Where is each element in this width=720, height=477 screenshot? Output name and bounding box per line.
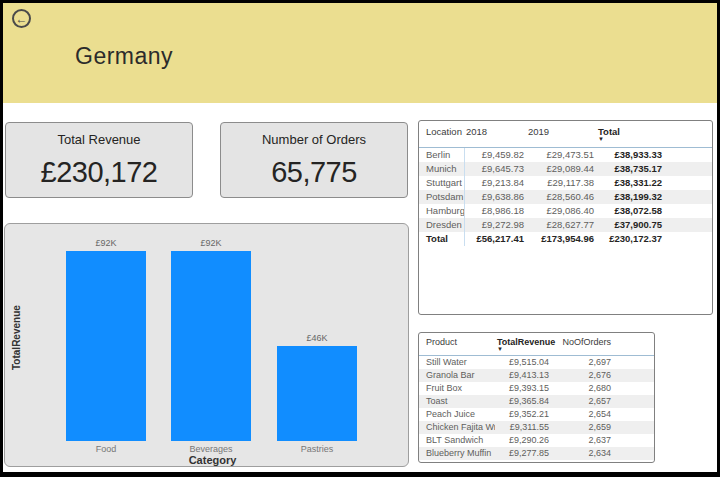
product-table-body: Still Water£9,515.042,697Granola Bar£9,4… [419, 356, 655, 461]
spacer [664, 204, 713, 218]
spacer [613, 382, 655, 395]
table-cell: Peach Juice [419, 408, 495, 421]
location-total-row: Total£56,217.41£173,954.96£230,172.37 [419, 232, 713, 246]
spacer [613, 333, 655, 356]
table-cell: £29,473.51 [526, 147, 596, 162]
column-header-product[interactable]: Product [419, 333, 495, 356]
spacer [613, 356, 655, 370]
table-cell: £230,172.37 [596, 232, 664, 246]
table-cell: £29,089.44 [526, 162, 596, 176]
table-cell: £38,933.33 [596, 147, 664, 162]
location-row: Potsdam£9,638.86£28,560.46£38,199.32 [419, 190, 713, 204]
bar-food[interactable] [66, 251, 146, 441]
arrow-left-icon: ← [16, 13, 28, 25]
table-cell: Chicken Fajita Wrap [419, 421, 495, 434]
x-tick-label: Food [61, 444, 151, 454]
table-cell: 2,634 [551, 447, 613, 460]
data-label: £92K [66, 238, 146, 248]
column-header-nooforders[interactable]: NoOfOrders [551, 333, 613, 356]
table-cell: £38,331.22 [596, 176, 664, 190]
location-row: Munich£9,645.73£29,089.44£38,735.17 [419, 162, 713, 176]
table-cell: Toast [419, 395, 495, 408]
kpi-card-number-of-orders: Number of Orders 65,775 [220, 122, 408, 198]
spacer [613, 408, 655, 421]
table-cell: 2,657 [551, 395, 613, 408]
report-page: ← Germany Total Revenue £230,172 Number … [0, 0, 720, 477]
table-cell: Dresden [419, 218, 464, 232]
spacer [613, 421, 655, 434]
table-cell: £9,290.26 [495, 434, 551, 447]
kpi-value: £230,172 [41, 156, 158, 189]
spacer [664, 232, 713, 246]
table-cell: £38,199.32 [596, 190, 664, 204]
table-cell: £9,645.73 [464, 162, 526, 176]
table-cell: 2,637 [551, 434, 613, 447]
spacer [664, 121, 713, 147]
column-header-2018[interactable]: 2018 [464, 121, 526, 147]
table-cell: £29,086.40 [526, 204, 596, 218]
table-cell: £9,515.04 [495, 356, 551, 370]
table-cell: £9,352.21 [495, 408, 551, 421]
data-label: £92K [171, 238, 251, 248]
product-row: Toast£9,365.842,657 [419, 395, 655, 408]
location-table-body: Berlin£9,459.82£29,473.51£38,933.33Munic… [419, 147, 713, 246]
product-row: Blueberry Muffin£9,277.852,634 [419, 447, 655, 460]
table-cell: £9,638.86 [464, 190, 526, 204]
table-cell: Hamburg [419, 204, 464, 218]
table-cell: Fruit Box [419, 382, 495, 395]
table-cell: 2,676 [551, 369, 613, 382]
location-row: Dresden£9,272.98£28,627.77£37,900.75 [419, 218, 713, 232]
location-table-header-row: Location20182019Total▼ [419, 121, 713, 147]
table-cell: £9,459.82 [464, 147, 526, 162]
back-button[interactable]: ← [12, 9, 31, 28]
column-header-2019[interactable]: 2019 [526, 121, 596, 147]
table-cell: Stuttgart [419, 176, 464, 190]
bar-beverages[interactable] [171, 251, 251, 441]
sort-descending-icon: ▼ [497, 347, 555, 352]
spacer [613, 395, 655, 408]
table-cell: £28,627.77 [526, 218, 596, 232]
table-cell: Blueberry Muffin [419, 447, 495, 460]
spacer [664, 190, 713, 204]
spacer [664, 147, 713, 162]
table-cell: £37,900.75 [596, 218, 664, 232]
table-cell: Still Water [419, 356, 495, 370]
table-cell: £29,117.38 [526, 176, 596, 190]
table-cell: £9,311.55 [495, 421, 551, 434]
product-row: Still Water£9,515.042,697 [419, 356, 655, 370]
table-cell: Potsdam [419, 190, 464, 204]
product-row: Chicken Fajita Wrap£9,311.552,659 [419, 421, 655, 434]
table-cell: 2,680 [551, 382, 613, 395]
table-cell: £9,213.84 [464, 176, 526, 190]
table-cell: £56,217.41 [464, 232, 526, 246]
product-row: Fruit Box£9,393.152,680 [419, 382, 655, 395]
product-table-header-row: ProductTotalRevenue▼NoOfOrders [419, 333, 655, 356]
revenue-by-category-chart: TotalRevenue £92KFood£92KBeverages£46KPa… [4, 223, 409, 467]
table-cell: 2,654 [551, 408, 613, 421]
page-title: Germany [75, 43, 173, 70]
location-row: Hamburg£8,986.18£29,086.40£38,072.58 [419, 204, 713, 218]
table-cell: Berlin [419, 147, 464, 162]
column-header-total[interactable]: Total▼ [596, 121, 664, 147]
bar-pastries[interactable] [277, 346, 357, 441]
table-cell: £28,560.46 [526, 190, 596, 204]
column-header-location[interactable]: Location [419, 121, 464, 147]
spacer [613, 447, 655, 460]
table-cell: £9,413.13 [495, 369, 551, 382]
kpi-label: Number of Orders [262, 132, 366, 147]
table-cell: £38,072.58 [596, 204, 664, 218]
table-cell: £38,735.17 [596, 162, 664, 176]
table-cell: 2,659 [551, 421, 613, 434]
table-cell: £9,272.98 [464, 218, 526, 232]
table-cell: £9,277.85 [495, 447, 551, 460]
sort-descending-icon: ▼ [598, 137, 620, 142]
x-tick-label: Beverages [166, 444, 256, 454]
kpi-value: 65,775 [271, 156, 357, 189]
table-cell: Total [419, 232, 464, 246]
table-cell: Granola Bar [419, 369, 495, 382]
spacer [664, 218, 713, 232]
spacer [613, 369, 655, 382]
column-header-totalrevenue[interactable]: TotalRevenue▼ [495, 333, 551, 356]
table-cell: £9,365.84 [495, 395, 551, 408]
product-row: Peach Juice£9,352.212,654 [419, 408, 655, 421]
